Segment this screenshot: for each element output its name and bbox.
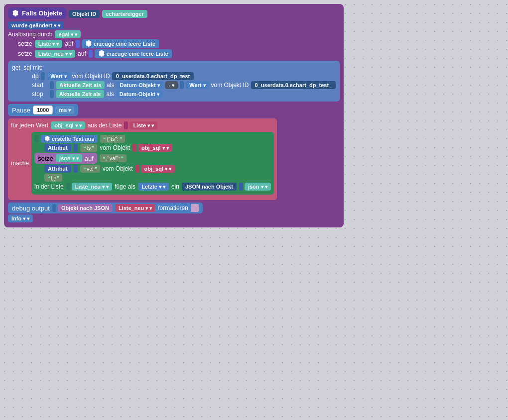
pause-row: Pause 1000 ms ▾	[8, 104, 340, 116]
liste-neu-chip-2[interactable]: Liste_neu ▾	[72, 183, 112, 191]
start-notch	[50, 81, 54, 89]
setze-liste-row: setze Liste ▾ auf erzeuge eine leere Lis…	[18, 39, 340, 48]
erstelle-row: erstelle Text aus ❝ {"ts": ❞	[34, 135, 271, 143]
vom-objekt-id-label-2: vom Objekt ID	[211, 82, 249, 89]
setze-label-1: setze	[18, 40, 32, 47]
start-row: start Aktuelle Zeit als als Datum-Objekt…	[32, 81, 336, 89]
obj-sql-chip-2[interactable]: obj_sql ▾	[141, 165, 175, 173]
stop-label: stop	[32, 91, 43, 98]
als-label: als	[107, 82, 114, 89]
als-label-2: als	[106, 91, 114, 98]
gear-icon-3	[98, 50, 105, 57]
erzeuge-liste-chip-1: erzeuge eine leere Liste	[82, 39, 159, 48]
close-brace-quote: ❝ { } ❞	[44, 174, 62, 182]
attr-notch-2	[74, 165, 78, 173]
info-row: Info ▾	[8, 214, 340, 222]
fuege-als-label: füge als	[115, 183, 135, 190]
main-block: Falls Objekte Objekt ID echartsreigger w…	[4, 4, 344, 227]
gear-block: erstelle Text aus	[41, 135, 98, 143]
in-der-liste-row: in der Liste Liste_neu ▾ füge als Letz	[34, 183, 271, 191]
attr-notch-1	[74, 144, 78, 152]
dp-row: dp Wert ▾ vom Objekt ID 0_userdata.0.ech…	[32, 72, 336, 80]
dp-label: dp	[32, 73, 38, 80]
falls-objekte-block: Falls Objekte	[8, 7, 66, 19]
fuer-jeden-label: für jeden Wert	[11, 122, 48, 129]
notch-2	[89, 50, 93, 58]
setze-label-2: setze	[18, 50, 32, 57]
obj-sql-chip[interactable]: obj_sql ▾	[51, 121, 85, 129]
datum-objekt-chip-1: Datum-Objekt ▾	[116, 81, 163, 89]
val-attr-quote: ❝ val ❞	[80, 165, 100, 173]
ts-attr-quote: ❝ ts ❞	[80, 144, 98, 152]
dp-value-chip[interactable]: 0_userdata.0.echart_dp_test	[112, 72, 194, 80]
letzte-chip[interactable]: Letzte ▾	[138, 183, 169, 191]
val-open-quote: ❝ ,"val": ❞	[100, 154, 127, 162]
stop-notch	[50, 90, 54, 98]
setze-json-block: setze json ▾ auf	[34, 153, 97, 164]
auslosung-label: Auslösung durch	[8, 31, 52, 38]
notch-1	[76, 40, 80, 48]
get-sql-label: get_sql mit:	[12, 64, 42, 71]
dp-notch	[41, 72, 45, 80]
formatieren-label: formatieren	[158, 205, 188, 211]
format-checkbox[interactable]	[191, 204, 199, 212]
attribut-val-row: Attribut ❝ val ❞ vom Objekt	[44, 165, 271, 173]
info-chip[interactable]: Info ▾	[8, 214, 33, 222]
json-notch	[239, 183, 243, 191]
json-chip[interactable]: json ▾	[56, 154, 82, 162]
objekt-nach-json-chip: Objekt nach JSON	[58, 204, 113, 212]
objekt-id-value[interactable]: echartsreigger	[102, 10, 147, 18]
liste-foreach-chip[interactable]: Liste ▾	[129, 121, 157, 129]
stop-row: stop Aktuelle Zeit als als Datum-Objekt …	[32, 90, 336, 98]
vom-objekt-label-1: vom Objekt	[100, 144, 130, 151]
start-notch-2	[180, 81, 184, 89]
liste-neu-chip[interactable]: Liste_neu ▾	[35, 50, 75, 58]
pause-label: Pause	[12, 106, 30, 114]
debug-notch	[52, 204, 56, 212]
debug-row: debug output Objekt nach JSON Liste_neu …	[8, 203, 340, 213]
foreach-notch	[124, 121, 128, 129]
get-sql-block: get_sql mit: dp Wert ▾ vom Objekt ID 0_u…	[8, 61, 340, 102]
foreach-block: für jeden Wert obj_sql ▾ aus der Liste L…	[8, 118, 277, 200]
mache-row: mache erstelle Text aus	[11, 130, 274, 196]
obj-sql-chip-1[interactable]: obj_sql ▾	[138, 144, 172, 152]
json-chip-2[interactable]: json ▾	[245, 183, 271, 191]
falls-objekte-label: Falls Objekte	[22, 9, 62, 17]
ein-label: ein	[171, 183, 179, 190]
setze-json-row: setze json ▾ auf ❝ ,"val":	[34, 153, 271, 164]
wert-chip-1: Wert ▾	[47, 72, 70, 80]
ms-chip[interactable]: ms ▾	[55, 106, 74, 114]
attribut-label-2: Attribut	[44, 165, 71, 173]
debug-liste-neu-chip[interactable]: Liste_neu ▾	[115, 204, 155, 212]
auslosung-row: Auslösung durch egal ▾	[8, 30, 340, 38]
mache-notch	[34, 135, 38, 143]
wurde-geaendert-row: wurde geändert ▾	[8, 21, 340, 29]
falls-objekte-row: Falls Objekte Objekt ID echartsreigger	[8, 7, 340, 20]
fuer-jeden-row: für jeden Wert obj_sql ▾ aus der Liste L…	[8, 117, 340, 202]
start-value-chip[interactable]: 0_userdata.0.echart_dp_test_	[251, 81, 336, 89]
in-der-liste-label: in der Liste	[34, 183, 64, 190]
auf-label-1: auf	[65, 40, 73, 47]
mache-block: erstelle Text aus ❝ {"ts": ❞	[31, 132, 274, 195]
debug-label: debug output	[12, 205, 50, 212]
aktuelle-zeit-chip-1: Aktuelle Zeit als	[56, 81, 105, 89]
mache-label: mache	[11, 160, 29, 167]
obj-notch-2	[135, 165, 139, 173]
obj-notch-1	[132, 144, 136, 152]
objekt-id-block: Objekt ID	[69, 10, 100, 18]
ts-open-quote: ❝ {"ts": ❞	[100, 135, 125, 143]
json-nach-objekt-chip: JSON nach Objekt	[182, 183, 237, 191]
liste-chip[interactable]: Liste ▾	[35, 40, 63, 48]
gear-icon	[12, 10, 19, 17]
egal-block[interactable]: egal ▾	[55, 30, 81, 38]
aktuelle-zeit-chip-2: Aktuelle Zeit als	[56, 90, 105, 98]
workspace: Falls Objekte Objekt ID echartsreigger w…	[4, 4, 344, 227]
datum-objekt-chip-2: Datum-Objekt ▾	[116, 90, 163, 98]
wurde-geaendert-block[interactable]: wurde geändert ▾	[8, 21, 64, 29]
debug-block: debug output Objekt nach JSON Liste_neu …	[8, 203, 203, 213]
pause-value[interactable]: 1000	[33, 105, 53, 114]
attribut-ts-row: Attribut ❝ ts ❞ vom Objekt	[44, 144, 271, 152]
attribut-label-1: Attribut	[44, 144, 71, 152]
foreach-header: für jeden Wert obj_sql ▾ aus der Liste L…	[11, 121, 274, 129]
in-notch	[66, 183, 70, 191]
